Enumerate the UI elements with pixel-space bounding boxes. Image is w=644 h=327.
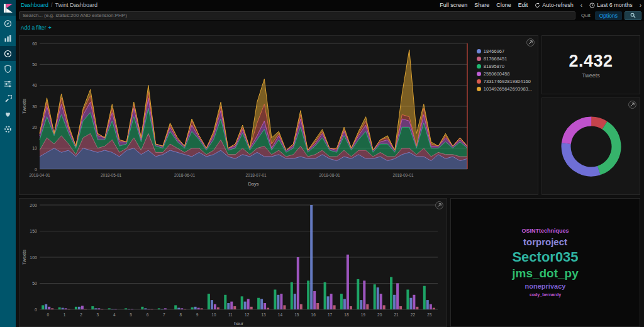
add-filter-link[interactable]: Add a filter + — [21, 25, 52, 31]
heart-icon — [4, 110, 12, 118]
tag-word[interactable]: Sector035 — [512, 249, 578, 265]
legend-color-dot — [477, 57, 481, 61]
kibana-dashboard-page: Dashboard / Twint Dashboard Full screen … — [0, 0, 644, 327]
clone-button[interactable]: Clone — [496, 2, 511, 8]
tag-word[interactable]: OSINTtechniques — [521, 228, 569, 234]
metric-label: Tweets — [582, 72, 600, 79]
svg-text:14: 14 — [278, 313, 283, 317]
legend-label: 18466967 — [484, 48, 504, 54]
shield-icon — [4, 65, 12, 73]
search-submit-button[interactable] — [625, 11, 641, 20]
edit-button[interactable]: Edit — [518, 2, 528, 8]
svg-text:11: 11 — [228, 313, 233, 317]
panel-expand-icon[interactable] — [435, 201, 443, 209]
legend-item[interactable]: 2550600458 — [477, 71, 532, 77]
donut-chart[interactable] — [555, 110, 628, 183]
svg-text:23: 23 — [427, 313, 432, 317]
sidebar-item-discover[interactable] — [0, 16, 16, 31]
panel-tweets-per-hour: 0501001502000123456789101112131415161718… — [19, 198, 447, 327]
svg-text:hour: hour — [234, 321, 244, 326]
kibana-logo[interactable] — [0, 0, 16, 16]
legend-label: 817668451 — [484, 56, 508, 62]
panel-expand-icon[interactable] — [628, 101, 636, 109]
tag-word[interactable]: cody_bernardy — [530, 292, 561, 297]
panel-expand-icon[interactable] — [526, 38, 535, 47]
sidebar-item-timelion[interactable] — [0, 76, 16, 91]
panel-total-tweets: 2.432 Tweets — [541, 35, 640, 94]
sidebar-item-monitoring[interactable] — [0, 106, 16, 121]
legend-color-dot — [477, 64, 481, 69]
svg-text:22: 22 — [411, 313, 416, 317]
svg-text:30: 30 — [32, 104, 37, 109]
svg-text:2018-06-01: 2018-06-01 — [174, 173, 196, 177]
svg-text:7: 7 — [163, 313, 165, 317]
svg-text:150: 150 — [30, 229, 37, 233]
sidebar-item-dashboard[interactable] — [0, 46, 16, 61]
tag-word[interactable]: jms_dot_py — [512, 267, 579, 280]
share-button[interactable]: Share — [474, 2, 489, 8]
legend-color-dot — [477, 72, 481, 76]
time-range-label: Last 6 months — [597, 2, 633, 8]
sidebar-item-security[interactable] — [0, 61, 16, 76]
svg-text:0: 0 — [47, 313, 49, 317]
quit-button[interactable]: Quit — [581, 13, 591, 18]
sidebar-item-dev-tools[interactable] — [0, 91, 16, 106]
breadcrumb-dashboard-link[interactable]: Dashboard — [21, 2, 48, 8]
sliders-icon — [4, 80, 12, 88]
svg-text:Tweets: Tweets — [21, 250, 27, 265]
app-sidebar — [0, 0, 16, 327]
full-screen-button[interactable]: Full screen — [440, 2, 467, 8]
search-input[interactable] — [19, 11, 575, 19]
tag-word[interactable]: noneprivacy — [525, 282, 566, 291]
svg-text:2018-04-01: 2018-04-01 — [29, 173, 50, 177]
gear-icon — [4, 125, 12, 133]
svg-text:2018-09-01: 2018-09-01 — [392, 173, 414, 177]
svg-text:50: 50 — [32, 281, 37, 285]
sidebar-item-management[interactable] — [0, 121, 16, 136]
options-button[interactable]: Options — [595, 11, 622, 20]
svg-text:10: 10 — [211, 313, 216, 317]
time-back-chevron[interactable]: ‹ — [580, 2, 582, 9]
svg-text:17: 17 — [328, 313, 333, 317]
dashboard-gauge-icon — [4, 50, 12, 58]
svg-text:15: 15 — [294, 313, 299, 317]
svg-text:1: 1 — [64, 313, 66, 317]
hourly-bar-chart[interactable]: 0501001502000123456789101112131415161718… — [21, 201, 442, 327]
svg-text:2018-05-01: 2018-05-01 — [101, 173, 122, 177]
svg-text:8: 8 — [179, 313, 182, 317]
clock-icon — [589, 3, 595, 8]
svg-text:6: 6 — [147, 313, 149, 317]
breadcrumb-separator: / — [51, 2, 53, 8]
search-icon — [630, 13, 636, 18]
top-header: Dashboard / Twint Dashboard Full screen … — [16, 0, 644, 10]
time-range-picker[interactable]: Last 6 months — [589, 2, 633, 8]
legend-item[interactable]: 817668451 — [477, 56, 532, 62]
legend-label: 81895870 — [484, 64, 504, 69]
legend-label: 2550600458 — [484, 71, 510, 77]
query-bar: Quit Options — [16, 10, 644, 21]
svg-text:Days: Days — [248, 181, 258, 187]
svg-text:Tweets: Tweets — [21, 99, 27, 114]
sidebar-item-visualize[interactable] — [0, 31, 16, 46]
legend-color-dot — [477, 49, 481, 53]
legend-label: 10349265642693983... — [484, 86, 532, 92]
legend-item[interactable]: 81895870 — [477, 64, 532, 69]
wrench-icon — [4, 95, 12, 103]
legend-item[interactable]: 18466967 — [477, 48, 532, 54]
discover-compass-icon — [4, 19, 12, 28]
svg-text:19: 19 — [361, 313, 366, 317]
auto-refresh-button[interactable]: Auto-refresh — [535, 2, 574, 8]
svg-text:2: 2 — [80, 313, 82, 317]
svg-text:200: 200 — [30, 203, 37, 208]
add-filter-label: Add a filter — [21, 25, 47, 31]
header-actions: Full screen Share Clone Edit Auto-refres… — [440, 2, 644, 9]
legend-item[interactable]: 10349265642693983... — [477, 86, 532, 92]
time-forward-chevron[interactable]: › — [640, 2, 641, 9]
svg-text:60: 60 — [32, 42, 37, 46]
tweets-area-chart[interactable]: 01020304050602018-04-012018-05-012018-06… — [21, 40, 471, 191]
legend-item[interactable]: 733174692819804160 — [477, 79, 532, 84]
panel-tweet-share — [541, 97, 640, 195]
breadcrumb: Dashboard / Twint Dashboard — [16, 2, 97, 8]
svg-text:4: 4 — [113, 313, 116, 317]
tag-word[interactable]: torproject — [523, 236, 567, 247]
